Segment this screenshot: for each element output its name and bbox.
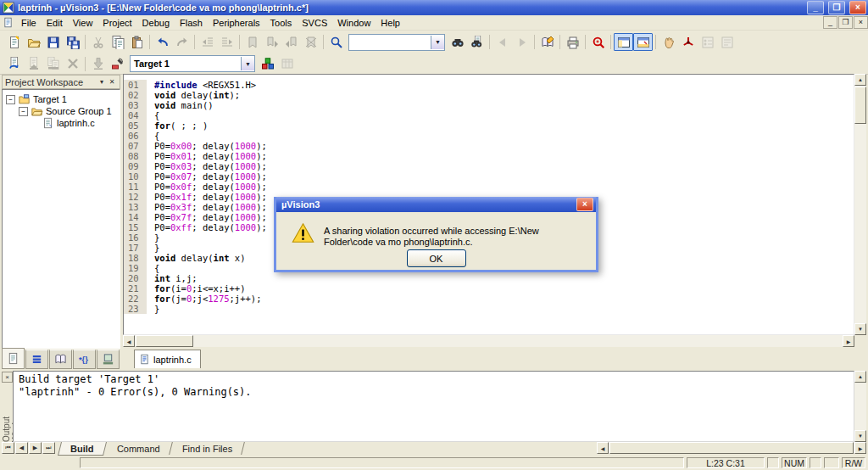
code-line[interactable]: 01#include <REGX51.H>: [124, 80, 854, 90]
scroll-up-icon[interactable]: ▲: [854, 74, 866, 86]
print-icon[interactable]: [563, 33, 582, 51]
scroll-thumb[interactable]: [854, 87, 866, 124]
unindent-icon: [198, 33, 217, 51]
code-line[interactable]: 20int i,j;: [124, 273, 854, 283]
multiple-targets-icon[interactable]: [258, 55, 277, 73]
save-all-icon[interactable]: [63, 33, 82, 51]
menu-item-file[interactable]: File: [16, 16, 42, 30]
code-line[interactable]: 04{: [124, 110, 854, 120]
first-tab-icon[interactable]: ⏮: [2, 442, 14, 454]
line-number: 22: [124, 294, 147, 304]
tree-item-target-1[interactable]: −Target 1: [3, 93, 120, 105]
menu-item-peripherals[interactable]: Peripherals: [208, 16, 265, 30]
prev-tab-icon[interactable]: ◀: [15, 442, 28, 454]
tree-expander-icon[interactable]: −: [6, 95, 15, 104]
code-line[interactable]: 03void main(): [124, 100, 854, 110]
output-tab-find-in-files[interactable]: Find in Files: [170, 442, 245, 455]
code-line[interactable]: 05for( ; ; ): [124, 120, 854, 131]
options-target-icon[interactable]: [108, 55, 127, 73]
output-horizontal-scrollbar[interactable]: ◀ ▶: [597, 442, 866, 454]
chevron-down-icon[interactable]: ▼: [431, 36, 444, 49]
target-select[interactable]: Target 1▼: [130, 55, 255, 72]
scroll-up-icon[interactable]: ▲: [854, 371, 866, 383]
code-line[interactable]: 22for(j=0;j<1275;j++);: [124, 294, 854, 304]
code-line[interactable]: 11P0=0x0f; delay(1000);: [124, 182, 854, 192]
workspace-tab-books[interactable]: [49, 350, 72, 369]
code-line[interactable]: 09P0=0x03; delay(1000);: [124, 161, 854, 171]
line-number: 20: [124, 273, 147, 283]
bookmarks-window-icon[interactable]: [537, 33, 557, 51]
code-line[interactable]: 06{: [124, 131, 854, 141]
scroll-right-icon[interactable]: ▶: [843, 335, 854, 347]
menu-item-debug[interactable]: Debug: [137, 16, 175, 30]
next-tab-icon[interactable]: ▶: [29, 442, 42, 454]
menu-item-edit[interactable]: Edit: [42, 16, 68, 30]
last-tab-icon[interactable]: ⏭: [42, 442, 55, 454]
find-in-files-icon[interactable]: [467, 33, 487, 51]
minimize-button[interactable]: _: [807, 1, 824, 14]
kill-all-icon[interactable]: [678, 33, 698, 51]
menu-item-tools[interactable]: Tools: [265, 16, 298, 30]
scroll-left-icon[interactable]: ◀: [597, 442, 609, 454]
code-line[interactable]: 10P0=0x07; delay(1000);: [124, 171, 854, 182]
menu-item-window[interactable]: Window: [332, 16, 376, 30]
scroll-right-icon[interactable]: ▶: [854, 442, 866, 454]
open-file-icon[interactable]: [24, 33, 43, 51]
ok-button[interactable]: OK: [407, 249, 466, 267]
tree-expander-icon[interactable]: −: [19, 107, 28, 116]
workspace-menu-icon[interactable]: ▾: [97, 77, 107, 87]
workspace-tab-functions[interactable]: *{}: [73, 350, 96, 369]
output-vertical-scrollbar[interactable]: ▲ ▼: [854, 371, 866, 442]
paste-icon[interactable]: [127, 33, 147, 51]
build-output-text[interactable]: Build target 'Target 1'"laptrinh" - 0 Er…: [13, 371, 854, 442]
scroll-left-icon[interactable]: ◀: [123, 335, 135, 347]
mdi-minimize-button[interactable]: _: [823, 16, 837, 29]
project-window-icon[interactable]: [614, 33, 633, 51]
scroll-down-icon[interactable]: ▼: [854, 430, 866, 442]
code-line[interactable]: 23}: [124, 304, 854, 314]
tree-item-laptrinh-c[interactable]: laptrinh.c: [3, 117, 120, 129]
scroll-thumb[interactable]: [136, 335, 193, 347]
tree-item-source-group-1[interactable]: −Source Group 1: [3, 105, 120, 117]
code-line[interactable]: 02void delay(int);: [124, 90, 854, 100]
file-tab-laptrinh[interactable]: laptrinh.c: [134, 350, 201, 368]
c-file-icon: [42, 117, 57, 129]
translate-icon[interactable]: [4, 55, 24, 73]
code-line[interactable]: 21for(i=0;i<=x;i++): [124, 283, 854, 294]
workspace-tab-templates[interactable]: [97, 350, 120, 369]
code-line[interactable]: 07P0=0x00; delay(1000);: [124, 141, 854, 151]
editor-vertical-scrollbar[interactable]: ▲ ▼: [854, 74, 866, 335]
output-tab-build[interactable]: Build: [58, 442, 106, 456]
code-line[interactable]: 08P0=0x01; delay(1000);: [124, 151, 854, 161]
copy-icon[interactable]: [108, 33, 127, 51]
mdi-restore-button[interactable]: ❐: [838, 16, 853, 29]
menu-item-view[interactable]: View: [68, 16, 98, 30]
menu-item-help[interactable]: Help: [376, 16, 405, 30]
incremental-find-icon[interactable]: [326, 33, 346, 51]
start-debug-icon[interactable]: [588, 33, 608, 51]
output-window-icon[interactable]: [633, 33, 653, 51]
save-file-icon[interactable]: [43, 33, 63, 51]
scroll-thumb[interactable]: [609, 442, 854, 454]
manual-icon[interactable]: [659, 33, 678, 51]
menu-item-svcs[interactable]: SVCS: [297, 16, 332, 30]
document-icon[interactable]: [3, 17, 14, 28]
dialog-close-icon[interactable]: ×: [576, 198, 593, 211]
menu-item-flash[interactable]: Flash: [175, 16, 208, 30]
close-button[interactable]: ×: [849, 1, 866, 14]
find-input[interactable]: ▼: [348, 34, 445, 51]
find-icon[interactable]: [448, 33, 467, 51]
scroll-down-icon[interactable]: ▼: [854, 323, 866, 335]
undo-icon[interactable]: [153, 33, 172, 51]
mdi-close-button[interactable]: ×: [854, 16, 868, 29]
restore-button[interactable]: ❐: [828, 1, 845, 14]
new-file-icon[interactable]: [4, 33, 24, 51]
output-close-icon[interactable]: ×: [2, 372, 13, 383]
workspace-tab-files[interactable]: [2, 348, 25, 369]
editor-horizontal-scrollbar[interactable]: ◀ ▶: [123, 335, 854, 347]
output-tab-command[interactable]: Command: [105, 442, 172, 455]
chevron-down-icon[interactable]: ▼: [241, 57, 254, 70]
workspace-close-icon[interactable]: ✕: [107, 77, 117, 87]
menu-item-project[interactable]: Project: [97, 16, 136, 30]
workspace-tab-registers[interactable]: [25, 350, 48, 369]
